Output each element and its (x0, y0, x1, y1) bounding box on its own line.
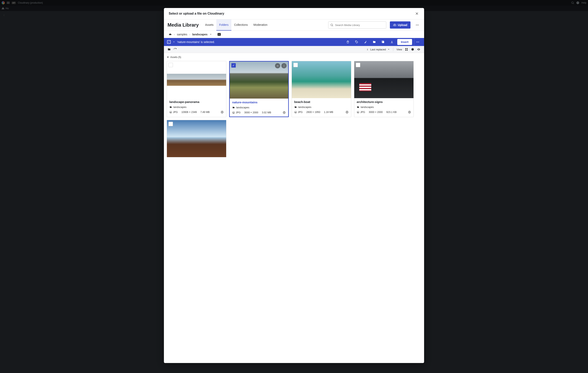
asset-card[interactable]: architecture-signslandscapesJPG3000 × 20… (354, 61, 414, 117)
cloud-root-icon[interactable] (168, 33, 172, 36)
sort-label: Last replaced (370, 48, 386, 51)
asset-thumbnail[interactable]: ✓‹›⋮ (230, 61, 288, 99)
globe-icon (220, 111, 224, 114)
image-icon (232, 111, 235, 114)
close-button[interactable] (414, 11, 419, 16)
chevron-down-icon (388, 48, 390, 50)
new-folder-button[interactable]: + (218, 33, 221, 36)
view-label: View (397, 48, 402, 51)
asset-card[interactable] (167, 120, 226, 157)
collection-button[interactable] (380, 40, 387, 44)
asset-size: 1.18 MB (324, 111, 333, 113)
tab-collections[interactable]: Collections (231, 19, 251, 30)
download-button[interactable] (388, 40, 395, 44)
svg-rect-19 (405, 50, 406, 50)
asset-folder[interactable]: landscapes (169, 106, 224, 109)
upload-label: Upload (398, 23, 407, 27)
library-title: Media Library (168, 19, 199, 30)
asset-thumbnail[interactable] (292, 61, 351, 98)
assets-count-label: Assets (5) (170, 56, 181, 59)
svg-rect-20 (407, 50, 408, 50)
svg-point-25 (233, 112, 233, 112)
search-input[interactable] (328, 21, 386, 29)
modal-title: Select or upload a file on Cloudinary (169, 12, 224, 15)
settings-button[interactable] (411, 48, 414, 51)
grid-icon (405, 48, 408, 51)
move-button[interactable] (371, 40, 378, 44)
close-icon (415, 12, 419, 15)
asset-folder[interactable]: landscapes (294, 106, 349, 109)
insert-button[interactable]: Insert (397, 39, 412, 45)
svg-point-8 (416, 25, 417, 25)
svg-rect-18 (407, 48, 408, 49)
asset-visibility-icon[interactable] (220, 111, 224, 114)
chevron-down-icon (173, 41, 175, 43)
breadcrumb-item-current[interactable]: landscapes (192, 33, 207, 36)
tab-assets[interactable]: Assets (202, 19, 216, 30)
tab-folders[interactable]: Folders (216, 19, 231, 30)
tag-button[interactable] (353, 40, 360, 44)
asset-visibility-icon[interactable] (346, 111, 349, 114)
image-icon (169, 111, 172, 113)
asset-checkbox[interactable] (168, 122, 173, 126)
selection-checkbox[interactable]: ✓ (167, 40, 171, 44)
modal-header: Select or upload a file on Cloudinary (164, 8, 424, 19)
globe-icon (283, 111, 286, 114)
breadcrumb-dropdown[interactable] (210, 33, 212, 36)
asset-meta: JPG10906 × 23497.49 MB (169, 111, 224, 114)
more-horizontal-icon (416, 40, 420, 44)
asset-checkbox[interactable]: ✓ (231, 63, 236, 68)
folder-view-button[interactable] (168, 48, 171, 51)
asset-folder[interactable]: landscapes (357, 106, 411, 109)
asset-thumbnail[interactable] (167, 120, 226, 157)
asset-format: JPG (173, 111, 178, 113)
asset-dimensions: 3000 × 2000 (244, 111, 258, 114)
selection-dropdown[interactable] (173, 41, 175, 43)
selection-more-button[interactable] (414, 38, 421, 46)
edit-button[interactable] (362, 40, 369, 44)
asset-grid: landscape-panoramalandscapesJPG10906 × 2… (167, 61, 421, 157)
asset-card[interactable]: landscape-panoramalandscapesJPG10906 × 2… (167, 61, 226, 117)
asset-image (292, 61, 351, 98)
sort-dropdown[interactable]: Last replaced View (366, 48, 402, 51)
view-toolbar: Last replaced View (164, 46, 424, 53)
eye-icon (417, 48, 420, 51)
asset-thumbnail[interactable] (167, 61, 226, 98)
asset-card[interactable]: ✓‹›⋮nature-mountainslandscapesJPG3000 × … (229, 61, 289, 117)
asset-thumbnail[interactable] (354, 61, 413, 98)
refresh-icon (174, 48, 177, 51)
asset-checkbox[interactable] (168, 63, 173, 67)
upload-button[interactable]: Upload (390, 21, 410, 29)
asset-folder[interactable]: landscapes (232, 106, 286, 109)
svg-point-22 (170, 112, 171, 112)
asset-code-button[interactable]: ‹› (275, 63, 280, 68)
asset-name: beach-boat (294, 100, 349, 103)
breadcrumb-separator: › (174, 33, 175, 36)
modal-overlay: Select or upload a file on Cloudinary Me… (0, 0, 588, 373)
asset-checkbox[interactable] (356, 63, 360, 67)
svg-point-11 (356, 41, 356, 41)
asset-name: nature-mountains (232, 101, 286, 104)
header-more-button[interactable] (414, 22, 420, 28)
assets-section-header[interactable]: ▼ Assets (5) (167, 55, 421, 59)
refresh-button[interactable] (174, 48, 177, 51)
globe-icon (346, 111, 349, 114)
asset-dimensions: 2600 × 1950 (306, 111, 320, 113)
asset-size: 7.49 MB (200, 111, 210, 113)
asset-card[interactable]: beach-boatlandscapesJPG2600 × 19501.18 M… (292, 61, 351, 117)
delete-button[interactable] (345, 40, 351, 44)
asset-card-body: landscape-panoramalandscapesJPG10906 × 2… (167, 98, 226, 116)
asset-more-button[interactable]: ⋮ (281, 63, 287, 68)
folder-icon (168, 48, 171, 51)
folder-icon (357, 106, 359, 108)
grid-view-button[interactable] (405, 48, 408, 51)
asset-checkbox[interactable] (294, 63, 298, 67)
preview-toggle-button[interactable] (417, 48, 420, 51)
chevron-down-icon (210, 33, 212, 36)
breadcrumb-item-samples[interactable]: samples (177, 33, 187, 36)
asset-name: architecture-signs (357, 100, 411, 103)
asset-visibility-icon[interactable] (283, 111, 286, 114)
asset-meta: JPG2600 × 19501.18 MB (294, 111, 349, 114)
asset-visibility-icon[interactable] (408, 111, 411, 114)
tab-moderation[interactable]: Moderation (251, 19, 270, 30)
